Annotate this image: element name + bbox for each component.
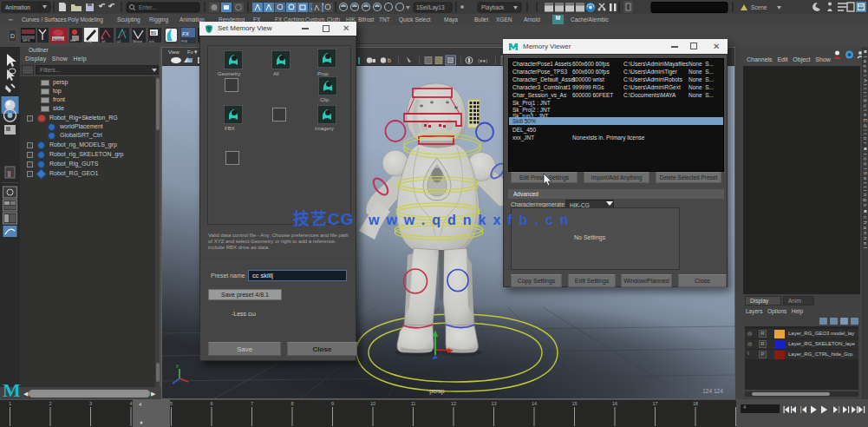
svg-text:12: 12 <box>451 401 456 406</box>
svg-text:11: 11 <box>411 401 416 406</box>
svg-text:18: 18 <box>693 401 698 406</box>
svg-text:9: 9 <box>331 401 334 406</box>
svg-text:7: 7 <box>251 401 253 406</box>
svg-text:View: View <box>168 49 180 55</box>
svg-text:Mooot: Mooot <box>133 39 143 43</box>
svg-text:8: 8 <box>290 401 293 406</box>
svg-text:Animation: Animation <box>5 4 30 10</box>
svg-text:13: 13 <box>491 401 496 406</box>
svg-text:persp: persp <box>429 388 445 395</box>
svg-text:Fx▼: Fx▼ <box>187 49 199 55</box>
svg-text:Enter...: Enter... <box>139 4 157 10</box>
svg-text:16: 16 <box>612 401 617 406</box>
svg-text:seg: seg <box>86 39 91 43</box>
svg-text:3: 3 <box>89 401 92 406</box>
svg-text:6: 6 <box>210 401 212 406</box>
svg-text:10: 10 <box>370 401 375 406</box>
svg-text:4: 4 <box>129 401 132 406</box>
svg-text:y: y <box>176 363 179 368</box>
svg-text:Subdiv: Subdiv <box>53 37 63 42</box>
svg-text:Playback: Playback <box>481 4 505 11</box>
svg-text:D: D <box>10 33 15 39</box>
svg-text:14: 14 <box>532 401 537 406</box>
svg-text:1Sel/Lay13: 1Sel/Lay13 <box>416 4 445 11</box>
svg-text:tcls: tcls <box>149 39 154 43</box>
svg-text:5: 5 <box>170 401 173 406</box>
svg-text:MFS: MFS <box>23 38 30 43</box>
svg-text:2: 2 <box>49 401 51 406</box>
svg-text:FX: FX <box>182 31 190 36</box>
svg-text:17: 17 <box>652 401 657 406</box>
svg-text:a1: a1 <box>117 39 121 43</box>
svg-text:15: 15 <box>571 401 577 406</box>
svg-text:Scene: Scene <box>751 4 767 10</box>
svg-text:(●●): (●●) <box>478 58 487 63</box>
svg-text:PGI: PGI <box>181 39 187 43</box>
svg-text:124 124: 124 124 <box>702 388 723 394</box>
svg-text:||: || <box>8 169 11 177</box>
svg-text:1: 1 <box>9 401 11 406</box>
svg-text:b: b <box>388 57 391 63</box>
svg-text:brd: brd <box>70 38 75 43</box>
svg-text:BS: BS <box>151 31 156 36</box>
